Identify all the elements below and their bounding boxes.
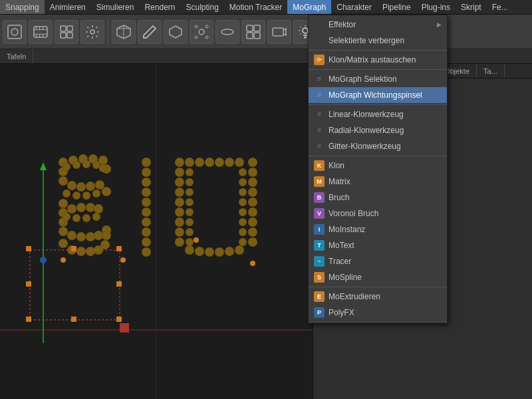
cube-btn[interactable] [112, 20, 136, 44]
svg-point-87 [142, 158, 151, 167]
svg-point-22 [221, 29, 233, 35]
tab-ta[interactable]: Ta... [477, 64, 505, 78]
menu-section-6: E MoExtrudieren P PolyFX [309, 287, 447, 323]
array-btn[interactable] [241, 20, 265, 44]
menu-wichtungspinsel[interactable]: ⠿ MoGraph Wichtungspinsel [309, 87, 447, 103]
mospline-icon: S [314, 272, 325, 283]
voronoi-label: Voronoi Bruch [329, 209, 378, 218]
svg-rect-145 [116, 246, 122, 251]
menu-voronoi-bruch[interactable]: V Voronoi Bruch [309, 205, 447, 221]
svg-point-111 [248, 207, 257, 217]
menu-pipeline[interactable]: Pipeline [377, 0, 416, 14]
mesh-btn[interactable] [164, 20, 188, 44]
menu-klon-matrix[interactable]: ⟳ Klon/Matrix austauschen [309, 52, 447, 68]
svg-point-83 [63, 213, 70, 221]
spline-btn[interactable] [215, 20, 239, 44]
mograph-dropdown[interactable]: Effektor Selektierte verbergen ⟳ Klon/Ma… [308, 15, 448, 323]
menu-fe[interactable]: Fe... [487, 0, 513, 14]
menu-mospline[interactable]: S MoSpline [309, 269, 447, 285]
tab-tafeln[interactable]: Tafeln [0, 49, 33, 63]
particle-btn[interactable] [190, 20, 213, 44]
svg-point-129 [186, 188, 194, 196]
svg-point-37 [120, 257, 126, 263]
svg-point-134 [186, 238, 194, 246]
svg-point-56 [67, 204, 76, 213]
svg-point-139 [239, 208, 247, 216]
svg-point-93 [142, 217, 151, 227]
svg-rect-147 [116, 317, 122, 322]
menu-simulieren[interactable]: Simulieren [91, 0, 140, 14]
moextrudieren-label: MoExtrudieren [329, 292, 380, 301]
matrix-label: Matrix [329, 177, 350, 186]
menu-radial-klon[interactable]: ⠿ Radial-Klonwerkzeug [309, 122, 447, 138]
svg-rect-144 [26, 246, 31, 251]
menu-matrix[interactable]: M Matrix [309, 174, 447, 190]
tracer-label: Tracer [329, 257, 351, 266]
edit-btn[interactable] [138, 20, 162, 44]
menu-selektierte-verbergen[interactable]: Selektierte verbergen [309, 33, 447, 49]
svg-point-84 [72, 214, 80, 222]
menu-polyfx[interactable]: P PolyFX [309, 305, 447, 321]
menu-moinstanz[interactable]: I MoInstanz [309, 221, 447, 237]
menu-bruch[interactable]: B Bruch [309, 190, 447, 205]
menu-snapping[interactable]: Snapping [0, 0, 45, 14]
menu-section-4: ⠿ Linear-Klonwerkzeug ⠿ Radial-Klonwerkz… [309, 105, 447, 156]
svg-point-117 [205, 158, 214, 167]
svg-point-112 [248, 217, 257, 227]
menu-mograph[interactable]: MoGraph [287, 0, 331, 14]
menu-moextrudieren[interactable]: E MoExtrudieren [309, 289, 447, 305]
svg-point-116 [195, 158, 204, 167]
svg-point-57 [76, 203, 86, 212]
menu-gitter-klon[interactable]: ⠿ Gitter-Klonwerkzeug [309, 138, 447, 154]
svg-point-89 [142, 178, 151, 187]
svg-rect-149 [26, 281, 31, 287]
svg-point-130 [186, 198, 194, 206]
settings-btn[interactable] [80, 20, 104, 44]
svg-point-106 [248, 158, 257, 167]
svg-point-81 [82, 192, 90, 200]
toolbar [0, 15, 532, 49]
svg-point-131 [186, 208, 194, 216]
svg-point-135 [239, 168, 247, 176]
camera-btn[interactable] [267, 20, 291, 44]
viewport[interactable] [0, 64, 313, 399]
menu-effektor[interactable]: Effektor [309, 17, 447, 33]
gitter-klon-label: Gitter-Klonwerkzeug [329, 142, 401, 151]
radial-klon-icon: ⠿ [314, 125, 325, 136]
svg-rect-8 [36, 34, 37, 37]
menu-plugins[interactable]: Plug-ins [416, 0, 456, 14]
svg-rect-12 [67, 26, 72, 31]
menu-klon[interactable]: K Klon [309, 158, 447, 174]
menu-motion-tracker[interactable]: Motion Tracker [224, 0, 287, 14]
svg-point-50 [76, 182, 86, 192]
mode-btn[interactable] [3, 20, 27, 44]
svg-point-126 [235, 245, 244, 255]
svg-point-107 [248, 168, 257, 177]
menu-rendern[interactable]: Rendern [139, 0, 180, 14]
svg-point-72 [100, 240, 110, 249]
menu-tracer[interactable]: ~ Tracer [309, 253, 447, 269]
film-btn[interactable] [29, 20, 53, 44]
svg-point-103 [175, 217, 184, 227]
menu-linear-klon[interactable]: ⠿ Linear-Klonwerkzeug [309, 106, 447, 122]
menu-section-3: ⠿ MoGraph Selektion ⠿ MoGraph Wichtungsp… [309, 70, 447, 105]
svg-point-108 [248, 178, 257, 187]
menu-bar: Snapping Animieren Simulieren Rendern Sc… [0, 0, 532, 15]
anim-btn[interactable] [55, 20, 78, 44]
menu-skript[interactable]: Skript [456, 0, 487, 14]
menu-charakter[interactable]: Charakter [331, 0, 377, 14]
svg-rect-40 [120, 323, 129, 332]
svg-point-86 [92, 213, 100, 221]
svg-marker-16 [170, 26, 182, 38]
effektor-label: Effektor [329, 20, 356, 29]
menu-motext[interactable]: T MoText [309, 237, 447, 253]
menu-mograph-selektion[interactable]: ⠿ MoGraph Selektion [309, 71, 447, 87]
menu-sculpting[interactable]: Sculpting [180, 0, 223, 14]
svg-rect-27 [273, 28, 283, 36]
svg-point-48 [59, 176, 68, 186]
effektor-icon [314, 19, 325, 30]
svg-point-52 [95, 180, 104, 190]
menu-animieren[interactable]: Animieren [45, 0, 91, 14]
voronoi-icon: V [314, 208, 325, 219]
scene-canvas [0, 64, 313, 399]
